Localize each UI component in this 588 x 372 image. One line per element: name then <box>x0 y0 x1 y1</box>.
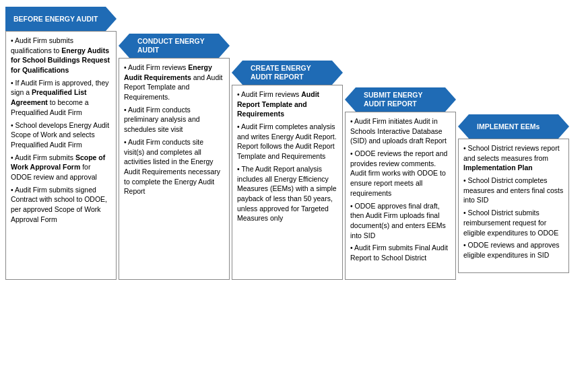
bullet-item: • School District reviews report and sel… <box>463 143 564 173</box>
step-1: BEFORE ENERGY AUDIT• Audit Firm submits … <box>5 7 117 280</box>
step-2-content: • Audit Firm reviews Energy Audit Requir… <box>119 58 230 280</box>
bullet-item: • Audit Firm reviews Energy Audit Requir… <box>124 63 224 102</box>
bullet-item: • If Audit Firm is approved, they sign a… <box>11 78 111 118</box>
bullet-item: • Audit Firm completes analysis and writ… <box>237 122 337 161</box>
step-2-header: CONDUCT ENERGY AUDIT <box>119 34 230 58</box>
step-5: IMPLEMENT EEMs• School District reviews … <box>458 114 569 273</box>
step-1-content: • Audit Firm submits qualifications to E… <box>5 31 117 280</box>
step-5-header: IMPLEMENT EEMs <box>458 114 569 139</box>
step-5-content: • School District reviews report and sel… <box>458 139 569 273</box>
bullet-item: • School develops Energy Audit Scope of … <box>11 120 111 150</box>
bullet-item: • Audit Firm conducts preliminary analys… <box>124 105 224 135</box>
bullet-item: • ODOE reviews the report and provides r… <box>350 149 451 198</box>
bullet-item: • School District completes measures and… <box>463 176 564 205</box>
process-diagram: BEFORE ENERGY AUDIT• Audit Firm submits … <box>0 0 588 287</box>
bullet-item: • Audit Firm submits qualifications to E… <box>11 36 111 75</box>
step-3-header: CREATE ENERGY AUDIT REPORT <box>232 61 343 85</box>
bullet-item: • School District submits reimbursement … <box>463 208 564 237</box>
bullet-item: • Audit Firm conducts site visit(s) and … <box>124 137 224 196</box>
bullet-item: • Audit Firm submits Final Audit Report … <box>350 243 451 262</box>
step-3-content: • Audit Firm reviews Audit Report Templa… <box>232 85 343 280</box>
step-2: CONDUCT ENERGY AUDIT• Audit Firm reviews… <box>119 34 230 280</box>
step-1-header: BEFORE ENERGY AUDIT <box>5 7 117 31</box>
bullet-item: • ODOE approves final draft, then Audit … <box>350 201 451 241</box>
bullet-item: • Audit Firm submits Scope of Work Appro… <box>11 153 111 182</box>
step-4-header: SUBMIT ENERGY AUDIT REPORT <box>345 87 456 112</box>
bullet-item: • Audit Firm initiates Audit in Schools … <box>350 116 451 146</box>
bullet-item: • The Audit Report analysis includes all… <box>237 164 337 223</box>
bullet-item: • Audit Firm reviews Audit Report Templa… <box>237 89 337 119</box>
step-4-content: • Audit Firm initiates Audit in Schools … <box>345 112 456 280</box>
bullet-item: • ODOE reviews and approves eligible exp… <box>463 240 564 260</box>
step-3: CREATE ENERGY AUDIT REPORT• Audit Firm r… <box>232 61 343 280</box>
step-4: SUBMIT ENERGY AUDIT REPORT• Audit Firm i… <box>345 87 456 280</box>
bullet-item: • Audit Firm submits signed Contract wit… <box>11 185 111 225</box>
